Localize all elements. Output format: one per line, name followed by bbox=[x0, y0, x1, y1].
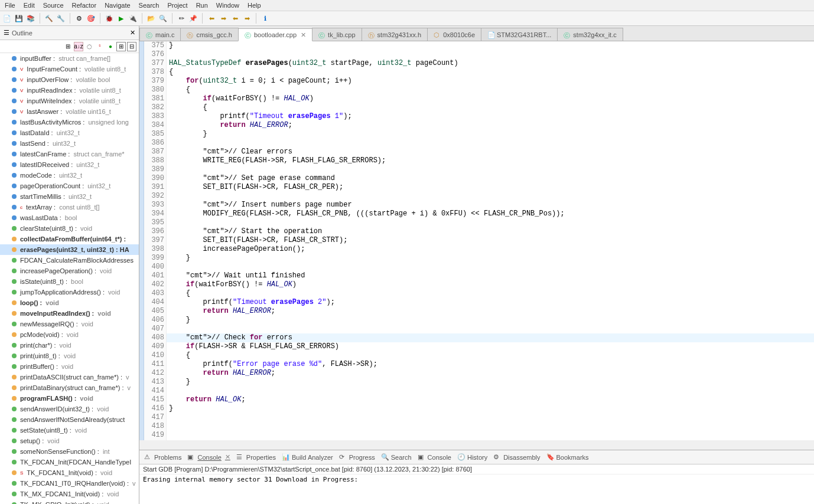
menu-project[interactable]: Project bbox=[167, 2, 187, 9]
outline-item[interactable]: print(char*) : void bbox=[0, 340, 139, 351]
outline-item[interactable]: pageOperationCount : uint32_t bbox=[0, 181, 139, 191]
outline-item[interactable]: newMessageIRQ() : void bbox=[0, 319, 139, 329]
config-icon[interactable]: ⚙ bbox=[74, 14, 84, 23]
btab-bookmarks[interactable]: 🔖Bookmarks bbox=[546, 453, 589, 462]
outline-item[interactable]: collectDataFromBuffer(uint64_t*) : bbox=[0, 234, 139, 244]
outline-item[interactable]: print(uint8_t) : void bbox=[0, 351, 139, 361]
tab-mainc[interactable]: ⓒmain.c bbox=[139, 28, 181, 41]
hide-nonpub-icon[interactable]: ● bbox=[106, 42, 115, 51]
outline-item[interactable]: TK_FDCAN1_IT0_IRQHandler(void) : v bbox=[0, 478, 139, 489]
hammer-icon[interactable]: 🔨 bbox=[44, 14, 54, 23]
menu-file[interactable]: File bbox=[5, 2, 15, 9]
tab-close-icon[interactable]: ✕ bbox=[301, 31, 306, 39]
outline-item[interactable]: TK_MX_GPIO_Init(void) : void bbox=[0, 499, 139, 504]
pencil-icon[interactable]: ✏ bbox=[177, 14, 186, 23]
tab-cmsisgcch[interactable]: ⓗcmsis_gcc.h bbox=[180, 28, 239, 41]
outline-item[interactable]: TK_FDCAN_Init(FDCAN_HandleTypeI bbox=[0, 457, 139, 467]
tab-bootloadercpp[interactable]: ⓒbootloader.cpp✕ bbox=[238, 28, 312, 41]
group-icon[interactable]: ⊞ bbox=[116, 42, 126, 51]
btab-buildanalyzer[interactable]: 📊Build Analyzer bbox=[282, 453, 333, 462]
horizontal-scrollbar[interactable] bbox=[139, 440, 814, 450]
pin-icon[interactable]: 📌 bbox=[188, 14, 198, 23]
btab-properties[interactable]: ☰Properties bbox=[236, 453, 276, 462]
outline-item[interactable]: VinputOverFlow : volatile bool bbox=[0, 74, 139, 85]
outline-item[interactable]: printDataBinary(struct can_frame*) : v bbox=[0, 382, 139, 393]
outline-item[interactable]: modeCode : uint32_t bbox=[0, 170, 139, 181]
outline-item[interactable]: jumpToApplicationAddress() : void bbox=[0, 287, 139, 297]
outline-item[interactable]: latestIDReceived : uint32_t bbox=[0, 159, 139, 170]
outline-item[interactable]: someNonSenseFunction() : int bbox=[0, 446, 139, 457]
console-output[interactable]: Erasing internal memory sector 31 Downlo… bbox=[139, 474, 814, 504]
debug-icon[interactable]: 🐞 bbox=[105, 14, 114, 23]
outline-item[interactable]: printBuffer() : void bbox=[0, 361, 139, 372]
code-content[interactable]: } HAL_StatusTypeDef erasePages(uint32_t … bbox=[167, 41, 814, 440]
collapse-icon[interactable]: ⊞ bbox=[63, 42, 73, 51]
tab-tklibcpp[interactable]: ⓒtk_lib.cpp bbox=[312, 28, 362, 41]
tab-0x8010c6e[interactable]: ⬡0x8010c6e bbox=[427, 28, 481, 41]
btab-progress[interactable]: ⟳Progress bbox=[339, 453, 375, 462]
btab-console[interactable]: ▣Console✕ bbox=[187, 453, 230, 462]
outline-item[interactable]: startTimeMillis : uint32_t bbox=[0, 191, 139, 202]
new-icon[interactable]: 📄 bbox=[2, 14, 12, 23]
btab-problems[interactable]: ⚠Problems bbox=[144, 453, 181, 462]
outline-item[interactable]: sendAnswerID(uint32_t) : void bbox=[0, 404, 139, 414]
hide-static-icon[interactable]: ˢ bbox=[95, 42, 105, 51]
saveall-icon[interactable]: 📚 bbox=[26, 14, 35, 23]
outline-item[interactable]: increasePageOperation() : void bbox=[0, 266, 139, 276]
menu-help[interactable]: Help bbox=[248, 2, 261, 9]
outline-item[interactable]: sendAnswerIfNotSendAlready(struct bbox=[0, 414, 139, 425]
folding-ruler[interactable] bbox=[139, 41, 144, 440]
back2-icon[interactable]: ⬅ bbox=[230, 14, 240, 23]
outline-item[interactable]: setup() : void bbox=[0, 436, 139, 446]
save-icon[interactable]: 💾 bbox=[14, 14, 24, 23]
btab-search[interactable]: 🔍Search bbox=[381, 453, 412, 462]
outline-item[interactable]: moveInputReadIndex() : void bbox=[0, 308, 139, 319]
run-icon[interactable]: ▶ bbox=[116, 14, 126, 23]
outline-item[interactable]: clearState(uint8_t) : void bbox=[0, 223, 139, 234]
back-icon[interactable]: ⬅ bbox=[207, 14, 216, 23]
menu-run[interactable]: Run bbox=[196, 2, 208, 9]
tab-stm32g431rbt[interactable]: 📄STM32G431RBT... bbox=[481, 28, 558, 41]
info-icon[interactable]: ℹ bbox=[261, 14, 270, 23]
tab-stm32g431xxh[interactable]: ⓗstm32g431xx.h bbox=[362, 28, 428, 41]
target-icon[interactable]: 🎯 bbox=[86, 14, 96, 23]
menu-window[interactable]: Window bbox=[216, 2, 239, 9]
btab-close-icon[interactable]: ✕ bbox=[225, 453, 230, 461]
outline-item[interactable]: isState(uint8_t) : bool bbox=[0, 276, 139, 287]
btab-disassembly[interactable]: ⚙Disassembly bbox=[493, 453, 540, 462]
outline-item[interactable]: wasLastData : bool bbox=[0, 212, 139, 223]
outline-item[interactable]: printDataASCII(struct can_frame*) : v bbox=[0, 372, 139, 382]
btab-console[interactable]: ▣Console bbox=[418, 453, 451, 462]
outline-item[interactable]: lastBusActivityMicros : unsigned long bbox=[0, 117, 139, 127]
menu-refactor[interactable]: Refactor bbox=[72, 2, 97, 9]
outline-item[interactable]: setState(uint8_t) : void bbox=[0, 425, 139, 436]
outline-item[interactable]: VinputWriteIndex : volatile uint8_t bbox=[0, 96, 139, 106]
outline-item[interactable]: VlastAnswer : volatile uint16_t bbox=[0, 106, 139, 117]
menu-search[interactable]: Search bbox=[139, 2, 159, 9]
outline-item[interactable]: lastSend : uint32_t bbox=[0, 138, 139, 149]
close-icon[interactable]: ✕ bbox=[130, 29, 135, 37]
sort-icon[interactable]: a↓z bbox=[74, 42, 83, 51]
code-editor[interactable]: 3753763773783793803813823833843853863873… bbox=[139, 41, 814, 440]
outline-item[interactable]: loop() : void bbox=[0, 297, 139, 308]
outline-item[interactable]: latestCanFrame : struct can_frame* bbox=[0, 149, 139, 159]
outline-item[interactable]: programFLASH() : void bbox=[0, 393, 139, 404]
menu-navigate[interactable]: Navigate bbox=[105, 2, 130, 9]
menu-source[interactable]: Source bbox=[43, 2, 64, 9]
outline-item[interactable]: STK_FDCAN1_Init(void) : void bbox=[0, 467, 139, 478]
outline-item[interactable]: FDCAN_CalculateRamBlockAddresses bbox=[0, 255, 139, 266]
link-icon[interactable]: ⊟ bbox=[127, 42, 136, 51]
opentype-icon[interactable]: 🔍 bbox=[158, 14, 168, 23]
forward-icon[interactable]: ➡ bbox=[219, 14, 228, 23]
menu-edit[interactable]: Edit bbox=[24, 2, 35, 9]
outline-item[interactable]: pcMode(void) : void bbox=[0, 329, 139, 340]
outline-item[interactable]: VInputFrameCount : volatile uint8_t bbox=[0, 64, 139, 74]
openfolder-icon[interactable]: 📂 bbox=[146, 14, 156, 23]
hide-fields-icon[interactable]: ◌ bbox=[84, 42, 94, 51]
ext-icon[interactable]: 🔌 bbox=[128, 14, 138, 23]
tab-stm32g4xxitc[interactable]: ⓒstm32g4xx_it.c bbox=[557, 28, 623, 41]
outline-item[interactable]: VinputReadIndex : volatile uint8_t bbox=[0, 85, 139, 96]
outline-item[interactable]: inputBuffer : struct can_frame[] bbox=[0, 53, 139, 64]
outline-item[interactable]: ctextArray : const uint8_t[] bbox=[0, 202, 139, 212]
btab-history[interactable]: 🕘History bbox=[457, 453, 487, 462]
